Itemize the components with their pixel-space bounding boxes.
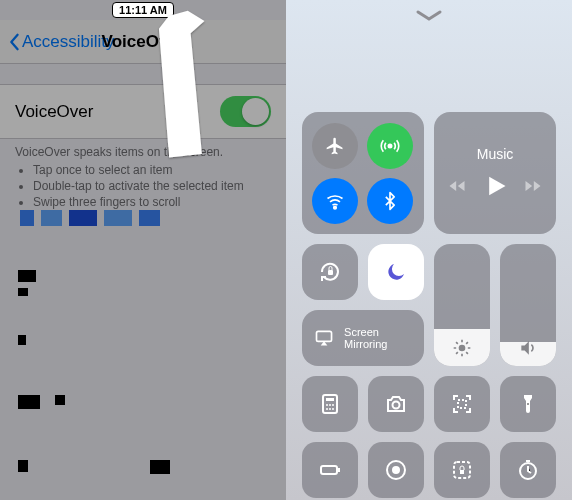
svg-point-8 [329,404,331,406]
timer-button[interactable] [500,442,556,498]
lock-dashed-icon [450,458,474,482]
airplane-mode-button[interactable] [312,123,358,169]
low-power-button[interactable] [302,442,358,498]
redacted-pixel [18,395,40,409]
moon-icon [384,260,408,284]
wifi-icon [325,191,345,211]
mirror-label: Screen Mirroring [344,326,412,350]
voiceover-switch[interactable] [220,96,271,127]
calculator-button[interactable] [302,376,358,432]
screen-mirroring-button[interactable]: Screen Mirroring [302,310,424,366]
svg-point-1 [334,206,337,209]
svg-point-12 [332,408,334,410]
qr-scan-button[interactable] [434,376,490,432]
voiceover-toggle-cell[interactable]: VoiceOver [0,84,286,139]
svg-point-13 [393,402,400,409]
scan-icon [450,392,474,416]
svg-point-3 [459,345,466,352]
prev-track-icon[interactable] [447,176,467,196]
status-bar: 11:11 AM [0,0,286,20]
svg-point-15 [527,403,529,405]
cellular-data-button[interactable] [367,123,413,169]
timer-icon [516,458,540,482]
bluetooth-icon [380,191,400,211]
svg-point-11 [329,408,331,410]
airplane-icon [325,136,345,156]
music-card[interactable]: Music [434,112,556,234]
camera-icon [384,392,408,416]
redacted-pixel [18,288,28,296]
antenna-icon [380,136,400,156]
svg-rect-4 [317,331,332,341]
brightness-icon [452,338,472,358]
bluetooth-button[interactable] [367,178,413,224]
svg-rect-2 [328,270,333,275]
voiceover-label: VoiceOver [15,102,93,122]
nav-title: VoiceOver [0,32,286,52]
svg-rect-21 [460,470,464,474]
orientation-lock-button[interactable] [302,244,358,300]
redacted-content [20,210,160,226]
do-not-disturb-button[interactable] [368,244,424,300]
redacted-pixel [18,335,26,345]
next-track-icon[interactable] [523,176,543,196]
svg-point-10 [326,408,328,410]
svg-rect-16 [321,466,337,474]
guided-access-button[interactable] [434,442,490,498]
airplay-icon [314,326,334,350]
battery-icon [318,458,342,482]
desc-item: Swipe three fingers to scroll [33,195,271,209]
play-icon[interactable] [481,172,509,200]
status-time: 11:11 AM [112,2,174,18]
record-icon [384,458,408,482]
brightness-slider[interactable] [434,244,490,366]
redacted-pixel [18,270,36,282]
voiceover-description: VoiceOver speaks items on the screen. Ta… [0,139,286,209]
rotation-lock-icon [318,260,342,284]
svg-point-7 [326,404,328,406]
control-grid: Music Screen Mirroring [302,112,556,498]
desc-intro: VoiceOver speaks items on the screen. [15,145,271,159]
music-title: Music [477,146,514,162]
svg-rect-6 [326,398,334,401]
camera-button[interactable] [368,376,424,432]
flashlight-icon [516,392,540,416]
control-center: Music Screen Mirroring [286,0,572,500]
flashlight-button[interactable] [500,376,556,432]
redacted-pixel [18,460,28,472]
nav-bar: Accessibility VoiceOver [0,20,286,64]
svg-point-0 [388,144,391,147]
screen-record-button[interactable] [368,442,424,498]
settings-voiceover-screen: 11:11 AM Accessibility VoiceOver VoiceOv… [0,0,286,500]
redacted-pixel [150,460,170,474]
desc-item: Tap once to select an item [33,163,271,177]
calculator-icon [318,392,342,416]
svg-rect-17 [338,468,340,472]
volume-icon [518,338,538,358]
wifi-button[interactable] [312,178,358,224]
svg-point-9 [332,404,334,406]
svg-rect-14 [458,400,466,408]
desc-item: Double-tap to activate the selected item [33,179,271,193]
collapse-chevron-icon[interactable] [414,10,444,22]
svg-point-19 [392,466,400,474]
volume-slider[interactable] [500,244,556,366]
connectivity-card[interactable] [302,112,424,234]
redacted-pixel [55,395,65,405]
